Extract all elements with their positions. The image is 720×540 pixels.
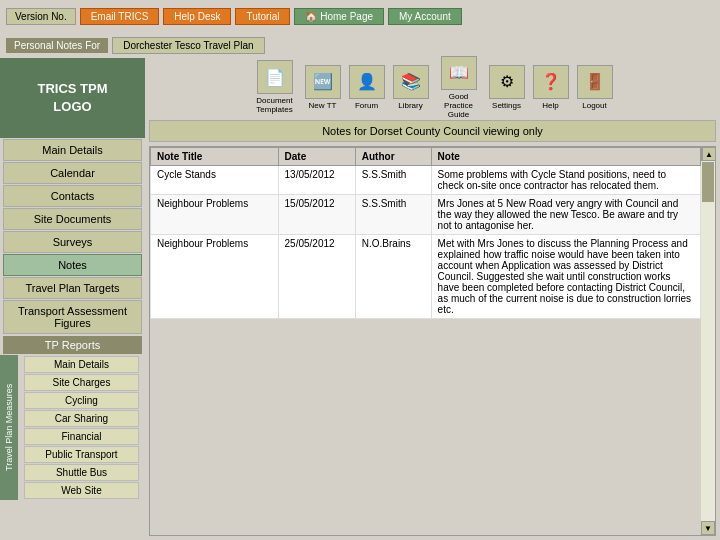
cell-title: Neighbour Problems: [151, 195, 279, 235]
sub-item-shuttle-bus[interactable]: Shuttle Bus: [24, 464, 139, 481]
settings-label: Settings: [492, 101, 521, 110]
scroll-track: [701, 161, 715, 521]
cell-date: 15/05/2012: [278, 195, 355, 235]
document-templates-label: Document Templates: [253, 96, 297, 114]
library-label: Library: [398, 101, 422, 110]
new-tt-label: New TT: [309, 101, 337, 110]
content-area: 📄Document Templates🆕New TT👤Forum📚Library…: [145, 58, 720, 540]
sidebar-item-site-documents[interactable]: Site Documents: [3, 208, 142, 230]
col-header-title: Note Title: [151, 148, 279, 166]
table-row: Neighbour Problems 25/05/2012 N.O.Brains…: [151, 235, 701, 319]
scrollbar[interactable]: ▲ ▼: [701, 147, 715, 535]
document-templates-icon: 📄: [257, 60, 293, 94]
home-page-button[interactable]: 🏠 Home Page: [294, 8, 384, 25]
icon-btn-library[interactable]: 📚Library: [393, 65, 429, 110]
scroll-thumb[interactable]: [702, 162, 714, 202]
scroll-up-button[interactable]: ▲: [702, 147, 716, 161]
scroll-down-button[interactable]: ▼: [701, 521, 715, 535]
sub-item-site-charges[interactable]: Site Charges: [24, 374, 139, 391]
my-account-button[interactable]: My Account: [388, 8, 462, 25]
table-row: Neighbour Problems 15/05/2012 S.S.Smith …: [151, 195, 701, 235]
sidebar-item-transport-assessment-figures[interactable]: Transport Assessment Figures: [3, 300, 142, 334]
logout-icon: 🚪: [577, 65, 613, 99]
sub-item-financial[interactable]: Financial: [24, 428, 139, 445]
icon-btn-good-practice-guide[interactable]: 📖Good Practice Guide: [437, 56, 481, 119]
tutorial-button[interactable]: Tutorial: [235, 8, 290, 25]
cell-note: Met with Mrs Jones to discuss the Planni…: [431, 235, 700, 319]
help-label: Help: [542, 101, 558, 110]
personal-notes-for-label: Personal Notes For: [6, 38, 108, 53]
sidebar-item-main-details[interactable]: Main Details: [3, 139, 142, 161]
settings-icon: ⚙: [489, 65, 525, 99]
cell-date: 13/05/2012: [278, 166, 355, 195]
sub-items-column: Main Details Site Charges Cycling Car Sh…: [18, 355, 145, 500]
cell-author: S.S.Smith: [355, 195, 431, 235]
logo: TRICS TPMLOGO: [0, 58, 145, 138]
table-row: Cycle Stands 13/05/2012 S.S.Smith Some p…: [151, 166, 701, 195]
help-icon: ❓: [533, 65, 569, 99]
col-header-note: Note: [431, 148, 700, 166]
email-trics-button[interactable]: Email TRICS: [80, 8, 160, 25]
notes-table-wrapper: Note Title Date Author Note Cycle Stands…: [149, 146, 716, 536]
sub-item-main-details[interactable]: Main Details: [24, 356, 139, 373]
icon-btn-new-tt[interactable]: 🆕New TT: [305, 65, 341, 110]
col-header-author: Author: [355, 148, 431, 166]
version-label: Version No.: [6, 8, 76, 25]
notes-table: Note Title Date Author Note Cycle Stands…: [150, 147, 701, 319]
icon-btn-document-templates[interactable]: 📄Document Templates: [253, 60, 297, 114]
forum-icon: 👤: [349, 65, 385, 99]
logout-label: Logout: [582, 101, 606, 110]
icon-btn-help[interactable]: ❓Help: [533, 65, 569, 110]
col-header-date: Date: [278, 148, 355, 166]
forum-label: Forum: [355, 101, 378, 110]
sub-item-web-site[interactable]: Web Site: [24, 482, 139, 499]
sidebar-nav: Main Details Calendar Contacts Site Docu…: [0, 138, 145, 540]
sidebar-item-travel-plan-targets[interactable]: Travel Plan Targets: [3, 277, 142, 299]
travel-plan-measures-label: Travel Plan Measures: [0, 355, 18, 500]
cell-author: N.O.Brains: [355, 235, 431, 319]
icon-toolbar: 📄Document Templates🆕New TT👤Forum📚Library…: [145, 58, 720, 116]
new-tt-icon: 🆕: [305, 65, 341, 99]
cell-title: Cycle Stands: [151, 166, 279, 195]
cell-note: Mrs Jones at 5 New Road very angry with …: [431, 195, 700, 235]
library-icon: 📚: [393, 65, 429, 99]
icon-btn-forum[interactable]: 👤Forum: [349, 65, 385, 110]
good-practice-guide-icon: 📖: [441, 56, 477, 90]
cell-note: Some problems with Cycle Stand positions…: [431, 166, 700, 195]
help-desk-button[interactable]: Help Desk: [163, 8, 231, 25]
icon-btn-logout[interactable]: 🚪Logout: [577, 65, 613, 110]
sidebar: TRICS TPMLOGO Main Details Calendar Cont…: [0, 58, 145, 540]
icon-btn-settings[interactable]: ⚙Settings: [489, 65, 525, 110]
notes-section-header: Notes for Dorset County Council viewing …: [149, 120, 716, 142]
sidebar-item-calendar[interactable]: Calendar: [3, 162, 142, 184]
sub-item-car-sharing[interactable]: Car Sharing: [24, 410, 139, 427]
sub-item-public-transport[interactable]: Public Transport: [24, 446, 139, 463]
cell-title: Neighbour Problems: [151, 235, 279, 319]
cell-author: S.S.Smith: [355, 166, 431, 195]
cell-date: 25/05/2012: [278, 235, 355, 319]
sidebar-item-notes[interactable]: Notes: [3, 254, 142, 276]
sidebar-item-surveys[interactable]: Surveys: [3, 231, 142, 253]
good-practice-guide-label: Good Practice Guide: [437, 92, 481, 119]
tp-reports-header: TP Reports: [3, 336, 142, 354]
sidebar-item-contacts[interactable]: Contacts: [3, 185, 142, 207]
travel-plan-measures: Travel Plan Measures Main Details Site C…: [0, 355, 145, 500]
plan-title: Dorchester Tesco Travel Plan: [112, 37, 264, 54]
sub-item-cycling[interactable]: Cycling: [24, 392, 139, 409]
